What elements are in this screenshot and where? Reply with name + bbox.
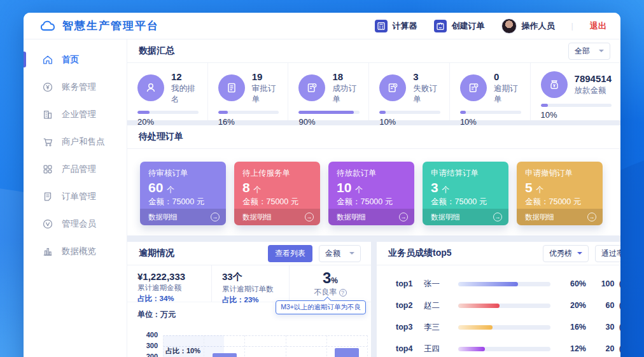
- summary-filter-select[interactable]: 全部: [568, 43, 610, 60]
- operator-menu[interactable]: 操作人员: [501, 18, 555, 34]
- pending-card-detail-link[interactable]: 数据明细 →: [517, 209, 603, 225]
- sidebar-item-merchants[interactable]: 商户和售点: [24, 128, 127, 155]
- sidebar-item-label: 管理会员: [62, 218, 96, 230]
- sidebar-item-label: 账务管理: [62, 81, 96, 93]
- top5-name: 赵二: [424, 300, 447, 311]
- create-order-button[interactable]: 创建订单: [434, 20, 485, 32]
- money-bag-icon: [541, 71, 568, 98]
- overdue-filter-select[interactable]: 金额: [319, 245, 361, 262]
- stat-card-approve: 19 审批订单 16%: [208, 63, 289, 120]
- progress-bar: [379, 111, 440, 114]
- calculator-button[interactable]: 计算器: [375, 20, 417, 32]
- sidebar-item-label: 首页: [62, 54, 79, 66]
- content-area: 数据汇总 全部 12 我的排名: [127, 39, 620, 357]
- pending-card-title: 待审核订单: [148, 168, 218, 179]
- stat-value: 0: [494, 71, 521, 83]
- overdue-count-label: 累计逾期订单数: [222, 284, 289, 294]
- overdue-bar-chart: 400 300 200 100: [137, 324, 371, 357]
- top5-count: 20（个）: [594, 344, 620, 354]
- pending-card-count: 8: [242, 180, 250, 195]
- arrow-right-icon: →: [493, 213, 502, 221]
- pending-card-cancel: 申请撤销订单 5 个 金额：75000 元 数据明细 →: [517, 162, 603, 225]
- pending-card-unit: 个: [355, 185, 363, 194]
- top5-metric-select[interactable]: 通过率: [595, 245, 620, 262]
- chart-column[interactable]: [204, 335, 244, 357]
- stat-card-rank: 12 我的排名 20%: [127, 63, 208, 120]
- top5-percent: 20%: [562, 301, 586, 310]
- top5-percent: 16%: [562, 323, 586, 332]
- chevron-down-icon: [577, 252, 582, 257]
- overdue-amount-stat: ¥1,222,333 累计逾期金额 占比：34%: [127, 265, 212, 302]
- pending-card-amount: 金额：75000 元: [242, 197, 312, 207]
- pending-card-loan: 待放款订单 10 个 金额：75000 元 数据明细 →: [328, 162, 414, 225]
- stat-label: 逾期订单: [494, 83, 521, 105]
- top5-row: top1 张一 60% 100（个）: [396, 273, 620, 295]
- stat-value: 3: [413, 71, 440, 83]
- top5-rank: top4: [396, 344, 416, 353]
- pending-card-detail-link[interactable]: 数据明细 →: [423, 209, 508, 225]
- stat-value: 19: [252, 71, 279, 83]
- bad-rate-unit: %: [331, 276, 338, 285]
- sidebar-item-products[interactable]: 产品管理: [24, 155, 127, 183]
- sidebar-item-label: 数据概览: [62, 246, 96, 257]
- progress-bar: [218, 111, 279, 114]
- avatar: [501, 18, 517, 34]
- pending-card-detail-link[interactable]: 数据明细 →: [234, 209, 320, 225]
- overdue-title: 逾期情况: [139, 248, 174, 259]
- bar: [213, 353, 237, 357]
- document-check-icon: [298, 74, 325, 101]
- top5-rank-select[interactable]: 优秀榜: [543, 245, 589, 262]
- cloud-icon: [39, 20, 57, 32]
- logout-button[interactable]: 退出: [590, 20, 606, 32]
- overdue-count-stat: 33个 累计逾期订单数 占比：23%: [212, 265, 290, 302]
- bar: [335, 348, 359, 357]
- y-axis-tick: 300: [137, 342, 158, 349]
- pending-card-count: 3: [431, 180, 438, 195]
- app-logo: 智慧生产管理平台: [39, 18, 159, 33]
- sidebar: 首页 账务管理 企业管理 商户和售点 产品管理 订单管理: [24, 39, 127, 357]
- yen-circle-icon: [42, 81, 53, 93]
- chart-tooltip-line: 占比：10%: [165, 346, 208, 356]
- pending-card-detail-link[interactable]: 数据明细 →: [140, 209, 226, 225]
- grid-icon: [42, 164, 53, 175]
- arrow-right-icon: →: [587, 213, 596, 221]
- detail-label: 数据明细: [431, 213, 460, 222]
- sidebar-item-orders[interactable]: 订单管理: [24, 183, 127, 210]
- progress-bar: [541, 104, 612, 107]
- help-icon[interactable]: ?: [339, 289, 347, 297]
- sidebar-item-enterprise[interactable]: 企业管理: [24, 101, 127, 128]
- top5-count: 100（个）: [594, 279, 620, 290]
- sidebar-item-data-overview[interactable]: 数据概览: [24, 237, 127, 265]
- top5-name: 王四: [424, 344, 447, 354]
- pending-card-title: 申请撤销订单: [525, 168, 595, 179]
- pending-card-unit: 个: [536, 185, 544, 194]
- top5-count: 30（个）: [594, 322, 620, 333]
- pending-card-detail-link[interactable]: 数据明细 →: [328, 209, 414, 225]
- detail-label: 数据明细: [525, 213, 554, 222]
- overdue-amount-value: ¥1,222,333: [137, 271, 211, 282]
- chevron-down-icon: [349, 252, 354, 257]
- view-list-button[interactable]: 查看列表: [268, 245, 312, 262]
- chart-column[interactable]: [286, 335, 326, 357]
- sidebar-item-finance[interactable]: 账务管理: [24, 73, 127, 101]
- pending-card-amount: 金额：75000 元: [431, 197, 501, 207]
- bad-rate-tooltip: M3+以上的逾期订单为不良: [276, 300, 366, 314]
- sidebar-item-label: 企业管理: [62, 109, 96, 120]
- bar-chart-icon: [42, 246, 53, 257]
- chart-column[interactable]: [326, 335, 368, 357]
- pending-card-title: 申请结算订单: [431, 168, 501, 179]
- progress-bar: [137, 111, 199, 114]
- sidebar-item-members[interactable]: 管理会员: [24, 210, 127, 237]
- chart-column[interactable]: [244, 335, 285, 357]
- detail-label: 数据明细: [337, 213, 366, 222]
- stat-label: 审批订单: [252, 83, 279, 105]
- top5-name: 李三: [424, 322, 447, 333]
- top5-percent: 60%: [562, 279, 586, 288]
- order-doc-icon: [42, 191, 53, 202]
- sidebar-item-home[interactable]: 首页: [24, 46, 127, 73]
- app-title: 智慧生产管理平台: [62, 18, 159, 33]
- bad-rate-label: 不良率: [314, 288, 337, 297]
- summary-panel: 数据汇总 全部 12 我的排名: [127, 39, 620, 120]
- calculator-label: 计算器: [393, 20, 417, 32]
- pending-card-count: 60: [148, 180, 163, 195]
